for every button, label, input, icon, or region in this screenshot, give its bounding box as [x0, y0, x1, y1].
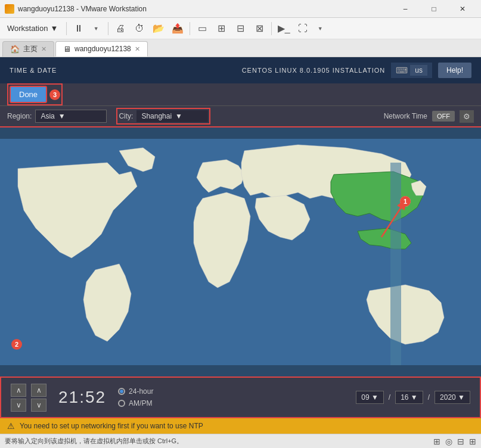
minute-up-button[interactable]: ∧: [31, 384, 46, 397]
view1-button[interactable]: ▭: [194, 20, 210, 37]
maximize-button[interactable]: □: [420, 2, 448, 15]
network-time-label: Network Time: [384, 112, 427, 120]
pause-group: ⏸ ▼: [70, 20, 104, 37]
hour-display: 21: [58, 388, 79, 406]
month-select[interactable]: 09 ▼: [356, 391, 384, 404]
ampm-radio-dot: [118, 400, 125, 407]
hour-down-button[interactable]: ∨: [11, 399, 26, 412]
warning-text: You need to set up networking first if y…: [20, 422, 203, 430]
fullscreen-group: ⛶ ▼: [294, 20, 328, 37]
dropdown-icon: ▼: [50, 24, 58, 33]
snapshot2-button[interactable]: 📂: [150, 20, 167, 37]
ampm-radio[interactable]: AM/PM: [118, 399, 153, 407]
day-value: 16: [401, 393, 408, 402]
header-left: TIME & DATE: [10, 67, 57, 74]
city-value: Shanghai: [141, 112, 172, 120]
action-row: Done 3: [0, 83, 481, 106]
home-tab-close[interactable]: ✕: [41, 45, 46, 53]
date-sep-1: /: [389, 393, 390, 402]
help-button[interactable]: Help!: [438, 63, 471, 78]
toolbar-separator-2: [108, 22, 108, 35]
tab-bar: 🏠 主页 ✕ 🖥 wangduoyu12138 ✕: [0, 39, 481, 57]
snapshot-button[interactable]: 🖨: [112, 20, 129, 37]
network-time-area: Network Time OFF ⚙: [384, 110, 474, 123]
page-title: TIME & DATE: [10, 67, 57, 74]
hour-up-button[interactable]: ∧: [11, 384, 26, 397]
os-label: CENTOS LINUX 8.0.1905 INSTALLATION: [242, 67, 386, 74]
24h-radio-dot: [118, 388, 125, 395]
24h-label: 24-hour: [129, 387, 153, 396]
install-screen: TIME & DATE CENTOS LINUX 8.0.1905 INSTAL…: [0, 57, 481, 434]
month-value: 09: [361, 393, 369, 402]
status-icon-2: ◎: [445, 437, 452, 446]
minute-down-button[interactable]: ∨: [31, 399, 46, 412]
region-select[interactable]: Asia ▼: [35, 110, 107, 123]
status-icon-4: ⊞: [469, 437, 476, 446]
24h-radio[interactable]: 24-hour: [118, 387, 153, 396]
done-button[interactable]: Done: [10, 86, 47, 103]
window-title: wangduoyu12138 - VMware Workstation: [18, 5, 392, 13]
keyboard-area[interactable]: ⌨ us: [391, 63, 432, 78]
keyboard-code: us: [410, 65, 427, 76]
time-format-area: 24-hour AM/PM: [118, 387, 153, 407]
date-sep-2: /: [428, 393, 430, 402]
region-label: Region:: [7, 112, 32, 120]
home-tab-icon: 🏠: [10, 45, 20, 54]
status-icons: ⊞ ◎ ⊟ ⊞: [433, 437, 476, 446]
map-area[interactable]: 1 2: [0, 127, 481, 377]
time-date-row: ∧ ∨ ∧ ∨ 21:52 24-hour AM/PM: [0, 377, 481, 418]
restore-button[interactable]: ⏱: [131, 20, 148, 37]
view3-button[interactable]: ⊟: [232, 20, 249, 37]
window-controls: – □ ✕: [392, 2, 476, 15]
pause-button[interactable]: ⏸: [70, 20, 87, 37]
minute-display: 52: [85, 388, 106, 406]
pause-dropdown[interactable]: ▼: [88, 20, 104, 37]
view4-button[interactable]: ⊠: [251, 20, 268, 37]
warning-icon: ⚠: [7, 421, 15, 431]
keyboard-icon: ⌨: [396, 66, 408, 75]
city-label: City:: [119, 112, 133, 120]
city-select[interactable]: Shanghai ▼: [136, 110, 208, 122]
vm-content[interactable]: TIME & DATE CENTOS LINUX 8.0.1905 INSTAL…: [0, 57, 481, 434]
network-time-toggle[interactable]: OFF: [432, 111, 455, 122]
vm-tab-label: wangduoyu12138: [75, 45, 131, 53]
close-button[interactable]: ✕: [449, 2, 476, 15]
svg-text:1: 1: [404, 198, 407, 205]
view2-button[interactable]: ⊞: [213, 20, 229, 37]
toolbar-separator: [66, 22, 67, 35]
home-tab-label: 主页: [23, 44, 38, 54]
install-header: TIME & DATE CENTOS LINUX 8.0.1905 INSTAL…: [0, 57, 481, 83]
hour-controls: ∧ ∨: [11, 384, 26, 412]
terminal-button[interactable]: ▶_: [275, 20, 292, 37]
warning-bar: ⚠ You need to set up networking first if…: [0, 418, 481, 434]
network-time-gear-button[interactable]: ⚙: [460, 110, 474, 123]
region-value: Asia: [41, 112, 54, 120]
svg-text:2: 2: [15, 341, 18, 348]
fullscreen-button[interactable]: ⛶: [294, 20, 311, 37]
region-group: Region: Asia ▼: [7, 110, 107, 123]
snapshot3-button[interactable]: 📤: [169, 20, 186, 37]
done-badge: 3: [49, 89, 60, 100]
status-icon-1: ⊞: [433, 437, 440, 446]
tab-vm[interactable]: 🖥 wangduoyu12138 ✕: [55, 41, 148, 57]
header-right: CENTOS LINUX 8.0.1905 INSTALLATION ⌨ us …: [242, 63, 471, 78]
city-group: City: Shanghai ▼: [116, 108, 210, 125]
minimize-button[interactable]: –: [392, 2, 419, 15]
time-controls: ∧ ∨ ∧ ∨: [11, 384, 46, 412]
workstation-label: Workstation: [7, 24, 48, 33]
year-value: 2020: [440, 393, 456, 402]
region-dropdown-icon: ▼: [58, 112, 66, 120]
fullscreen-dropdown[interactable]: ▼: [312, 20, 328, 37]
status-bar: 要将输入定向到该虚拟机，请在虚拟机内部单击或按 Ctrl+G。 ⊞ ◎ ⊟ ⊞: [0, 434, 481, 448]
done-label: Done: [19, 90, 38, 99]
date-controls: 09 ▼ / 16 ▼ / 2020 ▼: [356, 391, 470, 404]
time-display: 21:52: [58, 388, 106, 407]
tab-home[interactable]: 🏠 主页 ✕: [2, 41, 54, 57]
toolbar-separator-4: [271, 22, 272, 35]
svg-rect-1: [390, 163, 401, 365]
workstation-menu-button[interactable]: Workstation ▼: [2, 21, 63, 35]
minute-controls: ∧ ∨: [31, 384, 46, 412]
year-select[interactable]: 2020 ▼: [435, 391, 470, 404]
vm-tab-close[interactable]: ✕: [135, 45, 140, 53]
day-select[interactable]: 16 ▼: [395, 391, 423, 404]
